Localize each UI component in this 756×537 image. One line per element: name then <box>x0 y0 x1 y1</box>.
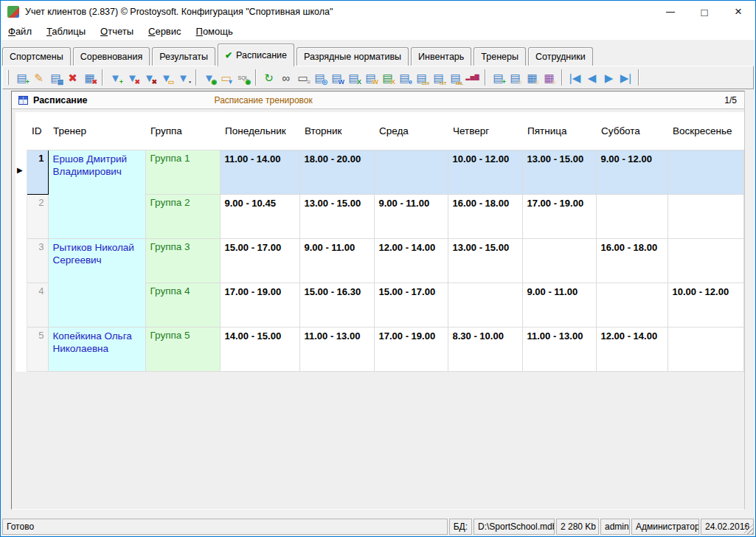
refresh-button[interactable]: ↻ <box>260 69 277 86</box>
cell-time[interactable] <box>522 238 596 283</box>
column-header-9[interactable]: Суббота <box>596 112 667 150</box>
tab-3[interactable]: Результаты <box>152 47 215 66</box>
find-button[interactable]: ∞ <box>277 69 294 86</box>
cell-group[interactable]: Группа 3 <box>145 238 220 283</box>
cell-time[interactable]: 10.00 - 12.00 <box>448 150 522 194</box>
form-settings-button[interactable]: ▦☼ <box>541 69 558 86</box>
column-header-7[interactable]: Четверг <box>448 112 522 150</box>
column-header-3[interactable]: Группа <box>145 112 220 150</box>
cell-time[interactable]: 16.00 - 18.00 <box>448 194 522 238</box>
export-word-button[interactable]: ▤W <box>362 69 379 86</box>
column-header-8[interactable]: Пятница <box>522 112 596 150</box>
column-header-10[interactable]: Воскресенье <box>667 112 743 150</box>
cell-time[interactable]: 9.00 - 12.00 <box>596 150 667 194</box>
close-button[interactable]: × <box>721 1 755 23</box>
filter-remove-all-button[interactable]: ▼✖ <box>141 69 158 86</box>
filter-view-button[interactable]: ▼◉ <box>201 69 218 86</box>
cell-time[interactable] <box>667 150 743 194</box>
cell-time[interactable]: 9.00 - 10.45 <box>220 194 299 238</box>
cell-time[interactable]: 13.00 - 15.00 <box>522 150 596 194</box>
export-excel-button[interactable]: ▤X <box>379 69 396 86</box>
nav-next-button[interactable]: ▶ <box>600 69 617 86</box>
tab-8[interactable]: Сотрудники <box>528 47 593 66</box>
report-settings-button[interactable]: ▤☼ <box>507 69 524 86</box>
cell-time[interactable]: 9.00 - 11.00 <box>374 194 448 238</box>
cell-time[interactable]: 17.00 - 19.00 <box>522 194 596 238</box>
cell-time[interactable]: 15.00 - 17.00 <box>220 238 299 283</box>
export-html-button[interactable]: ▤e <box>396 69 413 86</box>
cell-time[interactable]: 11.00 - 14.00 <box>220 150 299 194</box>
add-record-button[interactable]: ▤+ <box>13 69 30 86</box>
resize-grip-icon[interactable] <box>744 524 754 534</box>
open-word-button[interactable]: ▤W <box>328 69 345 86</box>
export-txt-button[interactable]: ▤TXT <box>430 69 447 86</box>
filter-tree-button[interactable]: ▭▼ <box>218 69 235 86</box>
cell-time[interactable]: 15.00 - 17.00 <box>374 283 448 327</box>
cell-time[interactable]: 9.00 - 11.00 <box>522 283 596 327</box>
cell-trainer[interactable]: Рытиков Николай Сергеевич <box>48 238 145 327</box>
column-header-1[interactable]: ID <box>27 112 48 150</box>
column-header-4[interactable]: Понедельник <box>220 112 299 150</box>
cell-group[interactable]: Группа 5 <box>145 327 220 371</box>
cell-id[interactable]: 1 <box>27 150 48 194</box>
cell-time[interactable]: 13.00 - 15.00 <box>448 238 522 283</box>
record-template-add-button[interactable]: ▤+ <box>490 69 507 86</box>
edit-record-button[interactable]: ✎ <box>30 69 47 86</box>
cell-trainer[interactable]: Ершов Дмитрий Владимирович <box>48 150 145 238</box>
cell-time[interactable] <box>667 194 743 238</box>
cell-id[interactable]: 4 <box>27 283 48 327</box>
tab-2[interactable]: Соревнования <box>73 47 150 66</box>
tab-5[interactable]: Разрядные нормативы <box>296 47 409 66</box>
cell-time[interactable] <box>667 238 743 283</box>
cell-time[interactable] <box>596 194 667 238</box>
copy-record-button[interactable]: ▤▤ <box>47 69 64 86</box>
filter-remove-button[interactable]: ▼✖ <box>124 69 141 86</box>
cell-time[interactable]: 8.30 - 10.00 <box>448 327 522 371</box>
cell-time[interactable]: 11.00 - 13.00 <box>522 327 596 371</box>
print-button[interactable]: ▭≡ <box>294 69 311 86</box>
menu-item-1[interactable]: Файл <box>1 24 39 38</box>
cell-time[interactable]: 17.00 - 19.00 <box>220 283 299 327</box>
menu-item-5[interactable]: Помощь <box>189 24 240 38</box>
cell-time[interactable] <box>667 327 743 371</box>
cell-time[interactable]: 14.00 - 15.00 <box>220 327 299 371</box>
nav-first-button[interactable]: |◀ <box>566 69 583 86</box>
nav-last-button[interactable]: ▶| <box>617 69 634 86</box>
cell-group[interactable]: Группа 1 <box>145 150 220 194</box>
menu-item-2[interactable]: Таблицы <box>39 24 93 38</box>
sql-view-button[interactable]: SQL◉ <box>235 69 252 86</box>
chart-button[interactable]: ▂▅▇ <box>464 69 481 86</box>
export-csv-button[interactable]: ▤CSV <box>413 69 430 86</box>
tab-7[interactable]: Тренеры <box>474 47 526 66</box>
filter-add-button[interactable]: ▼+ <box>107 69 124 86</box>
cell-id[interactable]: 2 <box>27 194 48 238</box>
tab-6[interactable]: Инвентарь <box>411 47 471 66</box>
open-excel-button[interactable]: ▤X <box>345 69 362 86</box>
cell-group[interactable]: Группа 2 <box>145 194 220 238</box>
cell-time[interactable]: 15.00 - 16.30 <box>299 283 374 327</box>
cell-id[interactable]: 3 <box>27 238 48 283</box>
cell-id[interactable]: 5 <box>27 327 48 371</box>
table-settings-button[interactable]: ▦☼ <box>524 69 541 86</box>
tab-4[interactable]: ✔Расписание <box>218 44 294 66</box>
export-xml-button[interactable]: ▤XML <box>447 69 464 86</box>
cell-group[interactable]: Группа 4 <box>145 283 220 327</box>
cell-time[interactable]: 17.00 - 19.00 <box>374 327 448 371</box>
maximize-button[interactable]: □ <box>687 1 721 23</box>
print-preview-button[interactable]: ▤◎ <box>311 69 328 86</box>
column-header-6[interactable]: Среда <box>374 112 448 150</box>
column-header-2[interactable]: Тренер <box>48 112 145 150</box>
toolbar-grip[interactable] <box>7 70 9 85</box>
cell-time[interactable]: 12.00 - 14.00 <box>374 238 448 283</box>
cell-time[interactable] <box>448 283 522 327</box>
collapse-table-icon[interactable] <box>18 96 28 105</box>
cell-time[interactable] <box>596 283 667 327</box>
cell-time[interactable]: 13.00 - 15.00 <box>299 194 374 238</box>
nav-prev-button[interactable]: ◀ <box>583 69 600 86</box>
menu-item-4[interactable]: Сервис <box>141 24 189 38</box>
cell-trainer[interactable]: Копейкина Ольга Николаевна <box>48 327 145 371</box>
cell-time[interactable]: 9.00 - 11.00 <box>299 238 374 283</box>
cell-time[interactable]: 10.00 - 12.00 <box>667 283 743 327</box>
cell-time[interactable] <box>374 150 448 194</box>
cell-time[interactable]: 16.00 - 18.00 <box>596 238 667 283</box>
